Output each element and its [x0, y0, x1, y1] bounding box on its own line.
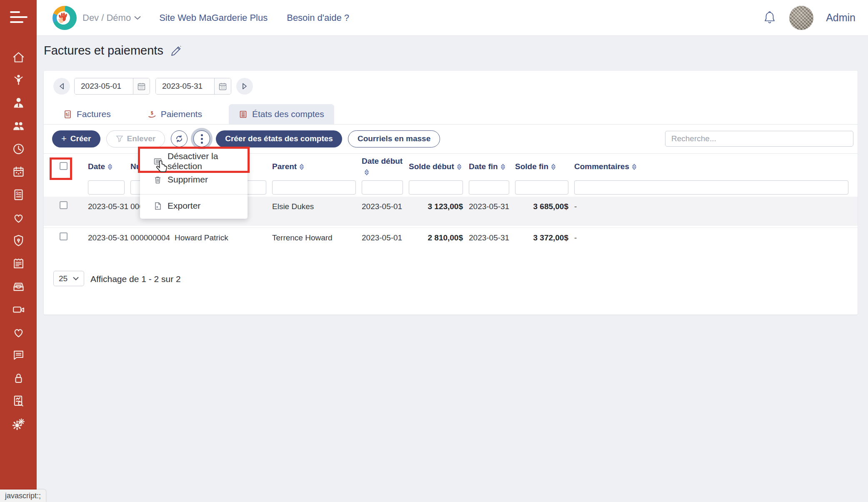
org-label: Dev / Démo: [83, 12, 131, 23]
sidebar-item-forms[interactable]: [10, 255, 27, 273]
column-header-date-debut[interactable]: Date début: [362, 156, 409, 177]
sidebar-item-home[interactable]: [10, 49, 27, 67]
date-to-input[interactable]: [156, 78, 214, 94]
column-header-parent[interactable]: Parent: [272, 161, 362, 172]
date-from-input[interactable]: [75, 78, 133, 94]
org-switcher[interactable]: Dev / Démo: [83, 12, 141, 23]
sidebar-item-invoices[interactable]: $: [10, 187, 27, 204]
table-row[interactable]: 2023-05-31 000000004 Howard Patrick Terr…: [44, 227, 858, 247]
svg-text:$: $: [66, 112, 68, 115]
link-site-web[interactable]: Site Web MaGarderie Plus: [159, 12, 268, 23]
sidebar-item-messages[interactable]: [10, 347, 27, 365]
trash-icon: [153, 175, 162, 184]
tab-factures[interactable]: $ Factures: [53, 104, 121, 124]
row-checkbox[interactable]: [60, 201, 68, 209]
menu-item-exporter[interactable]: x Exporter: [140, 197, 248, 215]
app-root: $ Dev / Démo Site Web MaGarder: [0, 0, 868, 502]
create-button[interactable]: + Créer: [52, 130, 100, 147]
row-checkbox[interactable]: [60, 232, 68, 240]
filter-solde-fin-input[interactable]: [515, 180, 568, 195]
cell-date: 2023-05-31: [88, 197, 130, 211]
cell-parent: Terrence Howard: [272, 228, 362, 242]
column-header-date[interactable]: Date: [88, 161, 130, 172]
refresh-button[interactable]: [171, 130, 188, 147]
menu-toggle-icon[interactable]: [10, 11, 28, 26]
sidebar-item-children[interactable]: [10, 72, 27, 90]
sidebar-item-favorites[interactable]: [10, 324, 27, 342]
more-actions-button[interactable]: [193, 130, 210, 147]
tab-paiements[interactable]: $ Paiements: [138, 104, 212, 124]
svg-text:$: $: [16, 191, 18, 196]
cell-date-debut: 2023-05-01: [362, 228, 409, 242]
menu-item-desactiver-la-selection[interactable]: Désactiver la sélection: [140, 152, 248, 170]
sidebar-item-calendar[interactable]: [10, 164, 27, 181]
cell-child: Howard Patrick: [175, 228, 272, 242]
edit-title-icon[interactable]: [170, 45, 183, 57]
search-input[interactable]: [665, 131, 853, 147]
sidebar-item-educators[interactable]: [10, 95, 27, 112]
column-header-date-fin[interactable]: Date fin: [469, 161, 515, 172]
vertical-dots-icon: [201, 134, 203, 144]
link-help[interactable]: Besoin d'aide ?: [287, 12, 349, 23]
calendar-picker-icon[interactable]: [133, 78, 150, 94]
tab-etats-des-comptes[interactable]: États des comptes: [229, 104, 334, 124]
column-header-solde-debut[interactable]: Solde début: [409, 161, 469, 172]
calendar-icon: [12, 165, 25, 180]
cell-commentaires: -: [574, 228, 848, 242]
report-search-icon: [12, 394, 25, 410]
column-header-solde-fin[interactable]: Solde fin: [515, 161, 574, 172]
cell-date-fin: 2023-05-31: [469, 228, 515, 242]
filter-date-input[interactable]: [88, 180, 125, 195]
heart-icon: [12, 211, 25, 226]
filter-date-debut-input[interactable]: [362, 180, 403, 195]
mass-email-button[interactable]: Courriels en masse: [348, 130, 440, 147]
heart-icon: [12, 325, 25, 341]
filter-date-fin-input[interactable]: [469, 180, 509, 195]
people-icon: [12, 119, 25, 135]
topbar: Dev / Démo Site Web MaGarderie Plus Beso…: [37, 0, 868, 36]
topbar-links: Site Web MaGarderie Plus Besoin d'aide ?: [159, 12, 349, 23]
select-all-checkbox[interactable]: [60, 162, 68, 170]
child-icon: [12, 73, 25, 89]
list-icon: [153, 157, 162, 166]
previous-period-button[interactable]: [53, 78, 70, 95]
menu-item-supprimer[interactable]: Supprimer: [140, 170, 248, 189]
cell-solde-fin: 3 372,00$: [515, 228, 574, 242]
chevron-down-icon: [134, 16, 141, 20]
sidebar-item-parents[interactable]: [10, 118, 27, 135]
sidebar-item-security[interactable]: [10, 232, 27, 250]
bell-icon[interactable]: [763, 10, 777, 25]
tab-bar: $ Factures $ Paiements États des comptes: [53, 104, 334, 124]
filter-parent-input[interactable]: [272, 180, 356, 195]
sidebar-item-video[interactable]: [10, 301, 27, 319]
sidebar-item-access[interactable]: [10, 370, 27, 387]
gears-icon: [12, 417, 25, 432]
sidebar-item-settings[interactable]: [10, 416, 27, 433]
user-avatar[interactable]: [789, 6, 813, 30]
magarderie-logo[interactable]: [53, 6, 77, 30]
invoice-icon: $: [12, 188, 25, 203]
column-header-commentaires[interactable]: Commentaires: [574, 161, 848, 172]
remove-button[interactable]: Enlever: [106, 130, 165, 147]
cell-solde-debut: 2 810,00$: [409, 228, 469, 242]
page-title: Factures et paiements: [44, 44, 163, 57]
next-period-button[interactable]: [236, 78, 253, 95]
tabs-divider: [44, 124, 858, 125]
sidebar-item-reports[interactable]: [10, 393, 27, 410]
triangle-right-icon: [242, 83, 247, 90]
cell-solde-debut: 3 123,00$: [409, 197, 469, 211]
sidebar-item-health[interactable]: [10, 210, 27, 227]
svg-text:$: $: [151, 111, 153, 115]
user-name[interactable]: Admin: [826, 12, 855, 24]
sidebar-item-hours[interactable]: [10, 141, 27, 158]
sidebar-item-archive[interactable]: [10, 278, 27, 296]
date-from-group: [74, 78, 150, 95]
filter-commentaires-input[interactable]: [574, 180, 848, 195]
page-size-select[interactable]: 25: [53, 271, 84, 286]
inbox-icon: [12, 280, 25, 295]
create-statements-button[interactable]: Créer des états des comptes: [216, 130, 342, 147]
clock-icon: [12, 142, 25, 157]
filter-solde-debut-input[interactable]: [409, 180, 463, 195]
calendar-picker-icon[interactable]: [214, 78, 231, 94]
statement-icon: [239, 110, 248, 119]
